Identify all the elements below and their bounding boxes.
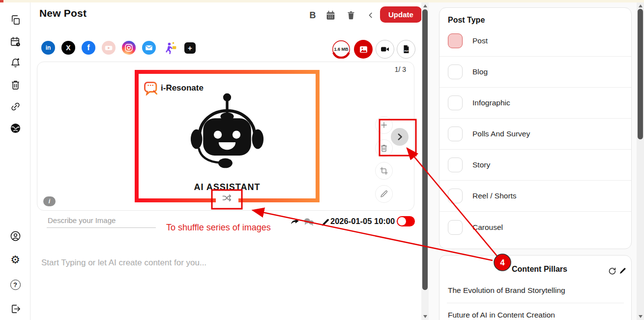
content-editor[interactable]	[41, 258, 346, 292]
email-icon[interactable]	[142, 41, 156, 55]
add-platform-icon[interactable]: +	[184, 42, 196, 54]
post-type-checkbox-3[interactable]	[448, 127, 463, 141]
post-type-option-blog[interactable]: Blog	[439, 57, 631, 88]
post-type-checkbox-1[interactable]	[448, 64, 463, 79]
post-image[interactable]: i-Resonate AI ASSISTANT	[135, 70, 320, 202]
right-panel: Post Type Post Blog Infographic Polls An…	[429, 2, 637, 320]
pillar-item[interactable]: The Evolution of Brand Storytelling	[448, 286, 565, 295]
toggle-knob	[398, 217, 406, 225]
post-type-option-carousel[interactable]: Carousel	[439, 212, 631, 243]
post-type-option-infographic[interactable]: Infographic	[439, 88, 631, 119]
copy-icon[interactable]	[9, 13, 22, 26]
edit-pillars-icon[interactable]	[618, 266, 628, 276]
post-type-checkbox-2[interactable]	[448, 96, 463, 110]
content-pillars-title: Content Pillars	[512, 265, 567, 274]
svg-text:PDF: PDF	[404, 50, 409, 52]
svg-text:1.6 MB: 1.6 MB	[334, 47, 349, 52]
brand-bubble-icon	[144, 81, 158, 96]
notification-bell-icon[interactable]	[9, 56, 22, 69]
app-root: { "colors": { "accent_red": "#d7232a", "…	[0, 0, 644, 320]
logout-icon[interactable]	[9, 302, 22, 315]
instagram-icon[interactable]	[122, 41, 136, 55]
image-preview-card: 1/ 3 i-Resonate	[37, 62, 414, 211]
scroll-down-arrow[interactable]	[639, 315, 643, 318]
comments-icon[interactable]	[303, 217, 315, 227]
post-type-checkbox-4[interactable]	[448, 158, 463, 172]
divider	[447, 303, 624, 303]
help-icon[interactable]: ?	[9, 278, 22, 291]
post-type-option-story[interactable]: Story	[439, 150, 631, 181]
robot-illustration	[181, 92, 273, 169]
platform-row: in X f +	[41, 41, 196, 55]
facebook-icon[interactable]: f	[82, 41, 95, 55]
walker-icon[interactable]	[162, 41, 178, 55]
update-button[interactable]: Update	[380, 6, 422, 23]
trash-icon[interactable]	[9, 78, 22, 91]
delete-image-icon[interactable]	[375, 139, 393, 157]
post-type-checkbox-5[interactable]	[448, 189, 463, 203]
post-type-option-polls[interactable]: Polls And Survey	[439, 119, 631, 150]
post-type-title: Post Type	[439, 8, 631, 26]
edit-image-icon[interactable]	[375, 185, 393, 203]
image-badge-icon[interactable]	[354, 40, 373, 59]
refresh-icon[interactable]	[607, 266, 617, 276]
image-counter: 1/ 3	[395, 65, 406, 73]
video-icon[interactable]	[376, 40, 394, 59]
globe-icon[interactable]	[9, 122, 22, 134]
edit-schedule-icon[interactable]	[320, 217, 331, 227]
x-icon[interactable]: X	[61, 41, 75, 55]
info-icon[interactable]: i	[43, 196, 56, 206]
calendar-clock-icon[interactable]	[9, 35, 22, 48]
post-type-checkbox-0[interactable]	[448, 33, 463, 48]
chevron-left-icon[interactable]	[365, 9, 377, 21]
share-icon[interactable]	[289, 217, 301, 227]
sidebar: ⚙ ?	[0, 2, 30, 320]
post-type-checkbox-6[interactable]	[448, 220, 463, 235]
pillar-item[interactable]: Future of AI in Content Creation	[448, 311, 555, 320]
linkedin-icon[interactable]: in	[41, 41, 55, 55]
link-icon[interactable]	[9, 100, 22, 113]
schedule-datetime: 2026-01-05 10:00	[330, 217, 395, 226]
scroll-down-arrow[interactable]	[423, 315, 427, 318]
account-icon[interactable]	[9, 229, 22, 242]
scroll-up-arrow[interactable]	[423, 4, 427, 7]
post-type-option-post[interactable]: Post	[439, 26, 631, 57]
main-scrollbar[interactable]	[421, 2, 429, 320]
crop-icon[interactable]	[375, 162, 393, 180]
pdf-icon[interactable]: PDF	[397, 40, 415, 59]
describe-image-input[interactable]	[47, 215, 156, 228]
calendar-icon[interactable]	[324, 9, 336, 21]
scrollbar-thumb[interactable]	[422, 9, 428, 290]
post-type-option-reel[interactable]: Reel / Shorts	[439, 181, 631, 212]
settings-gear-icon[interactable]: ⚙	[9, 254, 22, 266]
next-image-icon[interactable]	[391, 128, 409, 146]
page-title: New Post	[39, 7, 87, 19]
file-size-badge[interactable]: 1.6 MB	[332, 40, 351, 59]
shuffle-annotation-text: To shuffle series of images	[166, 223, 271, 233]
shuffle-icon[interactable]	[216, 191, 238, 203]
scrollbar-thumb[interactable]	[638, 9, 643, 139]
schedule-toggle[interactable]	[397, 216, 415, 226]
delete-post-icon[interactable]	[345, 9, 357, 21]
youtube-icon[interactable]	[102, 41, 116, 55]
post-type-card: Post Type Post Blog Infographic Polls An…	[439, 7, 632, 249]
bold-icon[interactable]: B	[307, 9, 319, 21]
scroll-up-arrow[interactable]	[639, 4, 643, 7]
content-pillars-card: Content Pillars The Evolution of Brand S…	[439, 255, 632, 320]
add-image-icon[interactable]	[375, 116, 393, 134]
panel-scrollbar[interactable]	[637, 2, 644, 320]
